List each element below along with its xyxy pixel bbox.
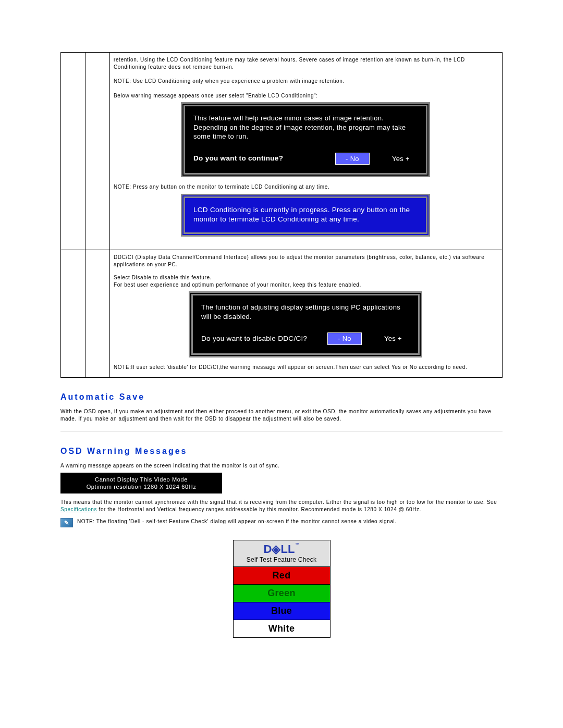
selftest-band-red: Red	[234, 566, 330, 584]
ddcci-note-text: NOTE:If user select 'disable' for DDC/CI…	[114, 364, 497, 371]
settings-table: retention. Using the LCD Conditioning fe…	[60, 52, 503, 378]
means-pre: This means that the monitor cannot synch…	[60, 499, 497, 505]
note-body: The floating 'Dell - self-test Feature C…	[96, 519, 397, 524]
note-label: NOTE:	[77, 519, 95, 524]
note-icon: ✎	[60, 518, 73, 527]
video-mode-warning-box: Cannot Display This Video Mode Optimum r…	[60, 473, 222, 494]
ddcci-dialog-body: The function of adjusting display settin…	[201, 303, 410, 321]
dell-logo-text: D◈LL	[264, 542, 295, 556]
automatic-save-body: With the OSD open, if you make an adjust…	[60, 408, 503, 422]
lcd-only-when-note: NOTE: Use LCD Conditioning only when you…	[114, 78, 497, 85]
selftest-band-white: White	[234, 620, 330, 637]
lcd-conditioning-cell: retention. Using the LCD Conditioning fe…	[110, 53, 503, 250]
ddcci-dialog-no-button[interactable]: - No	[327, 332, 362, 345]
ddcci-best-text: For best user experience and optimum per…	[114, 281, 497, 289]
lcd-retention-text: retention. Using the LCD Conditioning fe…	[114, 56, 497, 70]
selftest-dialog: D◈LL™ Self Test Feature Check Red Green …	[233, 540, 331, 638]
lcd-dialog-body: This feature will help reduce minor case…	[193, 114, 418, 141]
lcd-dialog-yes-button[interactable]: Yes +	[384, 153, 418, 165]
means-post: for the Horizontal and Vertical frequenc…	[99, 507, 421, 512]
table-spacer-col-1	[61, 53, 85, 250]
selftest-band-blue: Blue	[234, 602, 330, 620]
ddcci-disable-dialog: The function of adjusting display settin…	[189, 291, 422, 357]
ddcci-intro-text: DDC/CI (Display Data Channel/Command Int…	[114, 254, 497, 268]
lcd-dialog-no-button[interactable]: - No	[335, 153, 370, 165]
specifications-link[interactable]: Specifications	[60, 507, 97, 512]
ddcci-dialog-yes-button[interactable]: Yes +	[376, 333, 410, 344]
table-spacer-col-2	[85, 53, 110, 250]
table-spacer-col-2b	[85, 250, 110, 378]
table-spacer-col-1b	[61, 250, 85, 378]
ddcci-cell: DDC/CI (Display Data Channel/Command Int…	[110, 250, 503, 378]
selftest-header: D◈LL™ Self Test Feature Check	[234, 540, 330, 566]
lcd-progress-body: LCD Conditioning is currently in progres…	[193, 205, 418, 224]
dell-logo: D◈LL™	[264, 542, 300, 556]
lcd-dialog-question: Do you want to continue?	[193, 154, 283, 163]
osd-warning-means: This means that the monitor cannot synch…	[60, 499, 503, 513]
video-mode-line2: Optimum resolution 1280 X 1024 60Hz	[66, 483, 217, 490]
divider-1	[60, 431, 503, 432]
osd-warning-intro: A warning message appears on the screen …	[60, 462, 503, 470]
lcd-below-text: Below warning message appears once user …	[114, 92, 497, 100]
dell-tm: ™	[295, 542, 299, 547]
lcd-conditioning-progress-dialog: LCD Conditioning is currently in progres…	[181, 194, 430, 237]
automatic-save-heading: Automatic Save	[60, 392, 503, 402]
osd-warning-heading: OSD Warning Messages	[60, 447, 503, 456]
video-mode-line1: Cannot Display This Video Mode	[66, 476, 217, 483]
lcd-conditioning-confirm-dialog: This feature will help reduce minor case…	[181, 102, 430, 177]
selftest-band-green: Green	[234, 584, 330, 602]
lcd-press-any-button-note: NOTE: Press any button on the monitor to…	[114, 183, 497, 191]
ddcci-dialog-question: Do you want to disable DDC/CI?	[201, 334, 307, 343]
selftest-subtitle: Self Test Feature Check	[247, 556, 317, 563]
selftest-note: NOTE: The floating 'Dell - self-test Fea…	[77, 519, 397, 524]
ddcci-disable-text: Select Disable to disable this feature.	[114, 274, 497, 281]
